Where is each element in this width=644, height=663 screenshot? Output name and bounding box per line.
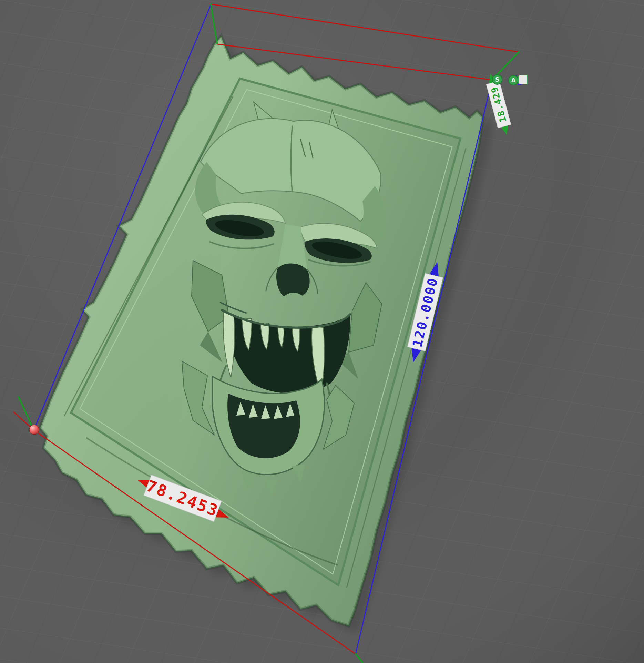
scene-canvas: [0, 0, 644, 663]
hud-icon-s[interactable]: S: [492, 74, 502, 85]
hud-icon-box[interactable]: [518, 75, 528, 84]
viewport[interactable]: 78.2453 120.0000 18.429 S A: [0, 0, 644, 663]
hud-icon-a[interactable]: A: [508, 75, 519, 85]
origin-point-handle[interactable]: [29, 425, 39, 435]
